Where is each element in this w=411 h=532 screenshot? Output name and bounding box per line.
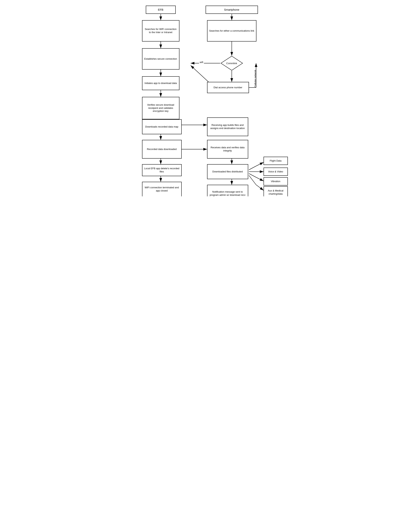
efb-initiates-app-box: Initiates app to download data [142,76,179,90]
wifi-label: wifi [199,61,204,64]
voice-video-box: Voice & Video [263,168,288,176]
smartphone-header: Smartphone [206,6,258,14]
svg-line-25 [256,162,263,166]
svg-line-29 [249,175,256,185]
diagram-container: EFB Smartphone Searches for WiFi connect… [133,4,279,193]
vibration-box: Vibration [263,177,288,186]
efb-delete-files-box: Local EFB app delete's recorded files [142,164,182,176]
smartphone-verify-integrity-box: Receives data and verifies data integrit… [207,140,248,159]
svg-line-28 [256,177,263,181]
aux-medical-box: Aux & Medical charting/data [263,186,288,196]
efb-wifi-search-box: Searches for WiFi connection to the Inte… [142,20,179,41]
flight-data-box: Flight Data [263,157,288,165]
svg-line-27 [249,173,256,177]
commlink-diamond: Commlink [221,56,243,71]
notification-box: Notification message sent to program adm… [207,185,248,196]
smartphone-receive-build-box: Receiving app builds files and assigns e… [207,117,248,136]
flowchart: EFB Smartphone Searches for WiFi connect… [133,4,279,193]
efb-data-downloaded-box: Recorded data downloaded [142,140,182,159]
efb-secure-connection-box: Establishes secure connection [142,48,179,70]
svg-line-30 [256,185,263,190]
smartphone-files-distributed-box: Downloaded files distributed [207,164,248,179]
efb-verifies-box: Verifies secure download receipent and v… [142,97,179,119]
efb-download-map-box: Downloads recorded data map [142,119,182,134]
dial-access-box: Dial access phone number [207,82,249,93]
efb-wifi-terminated-box: WiFi connection terminated and app close… [142,182,182,196]
svg-line-24 [249,166,256,170]
smartphone-comm-search-box: Searches for either a communications lin… [207,20,256,41]
efb-header: EFB [146,6,176,14]
